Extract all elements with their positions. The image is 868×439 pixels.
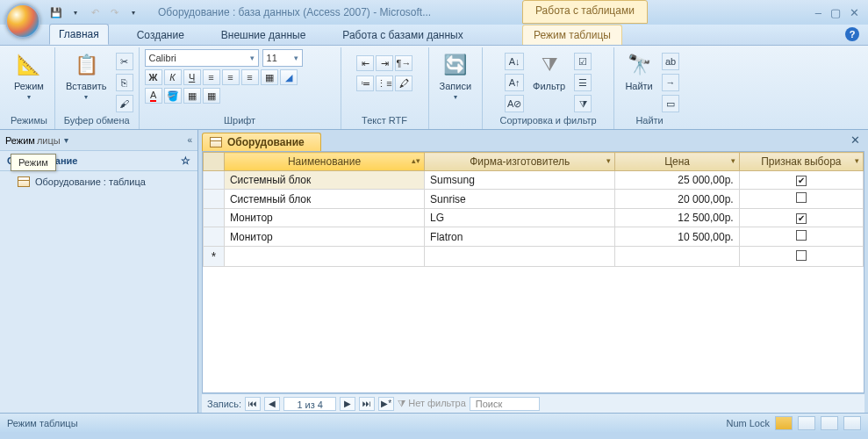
undo-icon[interactable]: ↶ — [88, 5, 102, 19]
find-button[interactable]: 🔭 Найти — [620, 49, 658, 93]
italic-button[interactable]: К — [164, 69, 182, 85]
cell-flag[interactable]: ✔ — [739, 171, 863, 190]
last-record-button[interactable]: ⏭ — [359, 397, 375, 411]
grid2-button[interactable]: ▦ — [203, 88, 220, 104]
tab-dbtools[interactable]: Работа с базами данных — [334, 25, 471, 45]
first-record-button[interactable]: ⏮ — [245, 397, 261, 411]
copy-icon[interactable]: ⎘ — [116, 74, 133, 91]
checkbox[interactable] — [796, 192, 807, 203]
bold-button[interactable]: Ж — [145, 69, 162, 85]
cell-maker[interactable]: Sumsung — [425, 171, 615, 190]
close-document-button[interactable]: ✕ — [849, 135, 861, 148]
filter-button[interactable]: ⧩ Фильтр — [527, 49, 570, 93]
next-record-button[interactable]: ▶ — [340, 397, 355, 411]
cell-price[interactable]: 25 000,00р. — [615, 171, 739, 190]
redo-icon[interactable]: ↷ — [107, 5, 121, 19]
cell-name[interactable]: Монитор — [224, 209, 424, 227]
navpane-header[interactable]: Режим лицы ▾ « — [0, 130, 197, 151]
cell-name[interactable]: Системный блок — [224, 190, 424, 209]
checkbox[interactable] — [796, 230, 807, 241]
table-row[interactable]: Системный блокSunrise20 000,00р. — [204, 190, 864, 209]
view-button[interactable]: 📐 Режим ▾ — [9, 49, 49, 103]
cell-flag[interactable] — [739, 247, 863, 267]
cell-maker[interactable] — [425, 247, 615, 267]
column-header-price[interactable]: Цена▾ — [615, 153, 739, 171]
pivottable-view-button[interactable] — [798, 416, 815, 430]
bullets-button[interactable]: ≔ — [356, 76, 374, 91]
row-selector[interactable] — [204, 209, 225, 227]
font-name-combo[interactable]: Calibri▾ — [145, 49, 259, 67]
highlight-button[interactable]: 🖍 — [395, 76, 412, 91]
table-row[interactable]: МониторLG12 500,00р.✔ — [204, 209, 864, 227]
chevron-down-icon[interactable]: ▾ — [64, 135, 68, 145]
altcolor-button[interactable]: ◢ — [280, 69, 298, 85]
column-header-maker[interactable]: Фирма-изготовитель▾ — [425, 153, 615, 171]
cell-maker[interactable]: Sunrise — [425, 190, 615, 209]
column-header-name[interactable]: Наименование▴▾ — [224, 153, 424, 171]
cell-price[interactable]: 12 500,00р. — [615, 209, 739, 227]
close-button[interactable]: ✕ — [850, 6, 859, 19]
cell-flag[interactable] — [739, 227, 863, 247]
navpane-item-table[interactable]: Оборудование : таблица — [0, 171, 197, 192]
qat-customize-icon[interactable]: ▾ — [126, 5, 140, 19]
document-tab[interactable]: Оборудование — [202, 133, 321, 151]
underline-button[interactable]: Ч — [183, 69, 201, 85]
numbers-button[interactable]: ⋮≡ — [376, 76, 393, 91]
tab-home[interactable]: Главная — [49, 24, 109, 45]
office-button[interactable] — [5, 4, 40, 39]
format-painter-icon[interactable]: 🖌 — [116, 95, 133, 112]
checkbox[interactable] — [796, 250, 807, 261]
cell-name[interactable]: Монитор — [224, 227, 424, 247]
font-size-combo[interactable]: 11▾ — [262, 49, 303, 67]
table-row[interactable]: МониторFlatron10 500,00р. — [204, 227, 864, 247]
advanced-filter-button[interactable]: ☰ — [574, 74, 592, 91]
cell-name[interactable] — [224, 247, 424, 267]
design-view-button[interactable] — [843, 416, 861, 430]
collapse-pane-icon[interactable]: « — [187, 135, 192, 145]
fill-color-button[interactable]: 🪣 — [164, 88, 182, 104]
save-icon[interactable]: 💾 — [49, 5, 63, 19]
tab-datasheet[interactable]: Режим таблицы — [522, 25, 622, 45]
selection-filter-button[interactable]: ☑ — [574, 53, 592, 70]
indent-dec-button[interactable]: ⇤ — [356, 55, 374, 71]
indent-inc-button[interactable]: ⇥ — [376, 55, 393, 71]
cell-name[interactable]: Системный блок — [224, 171, 424, 190]
cell-price[interactable]: 20 000,00р. — [615, 190, 739, 209]
paste-button[interactable]: 📋 Вставить ▾ — [61, 49, 112, 103]
datasheet-grid[interactable]: Наименование▴▾ Фирма-изготовитель▾ Цена▾… — [202, 151, 864, 393]
column-header-flag[interactable]: Признак выбора▾ — [739, 153, 863, 171]
toggle-filter-button[interactable]: ⧩ — [574, 95, 592, 112]
font-color-button[interactable]: A — [145, 88, 162, 104]
datasheet-view-button[interactable] — [775, 416, 793, 430]
select-button[interactable]: ▭ — [662, 95, 679, 112]
cell-flag[interactable]: ✔ — [739, 209, 863, 227]
row-selector[interactable] — [204, 171, 225, 190]
grid-button[interactable]: ▦ — [183, 88, 201, 104]
goto-button[interactable]: → — [662, 74, 679, 91]
new-record-button[interactable]: ▶* — [378, 397, 394, 411]
record-position-field[interactable]: 1 из 4 — [283, 397, 336, 411]
cell-price[interactable]: 10 500,00р. — [615, 227, 739, 247]
tab-external[interactable]: Внешние данные — [212, 25, 315, 45]
ltr-button[interactable]: ¶→ — [395, 55, 412, 71]
table-row[interactable]: Системный блокSumsung25 000,00р.✔ — [204, 171, 864, 190]
sort-desc-button[interactable]: A↑ — [505, 74, 524, 91]
cell-maker[interactable]: Flatron — [425, 227, 615, 247]
align-left-button[interactable]: ≡ — [203, 69, 220, 85]
cell-maker[interactable]: LG — [425, 209, 615, 227]
clear-sort-button[interactable]: A⊘ — [505, 95, 524, 112]
checkbox[interactable]: ✔ — [796, 213, 807, 224]
minimize-button[interactable]: – — [815, 6, 821, 19]
pivotchart-view-button[interactable] — [821, 416, 838, 430]
tab-create[interactable]: Создание — [128, 25, 193, 45]
row-selector[interactable] — [204, 227, 225, 247]
sort-asc-button[interactable]: A↓ — [505, 53, 524, 70]
replace-button[interactable]: ab — [662, 53, 679, 70]
select-all-corner[interactable] — [204, 153, 225, 171]
row-selector[interactable] — [204, 190, 225, 209]
record-search-field[interactable]: Поиск — [470, 397, 540, 411]
records-button[interactable]: 🔄 Записи ▾ — [434, 49, 477, 103]
cell-price[interactable] — [615, 247, 739, 267]
expand-icon[interactable]: ☆ — [181, 155, 190, 167]
prev-record-button[interactable]: ◀ — [264, 397, 280, 411]
